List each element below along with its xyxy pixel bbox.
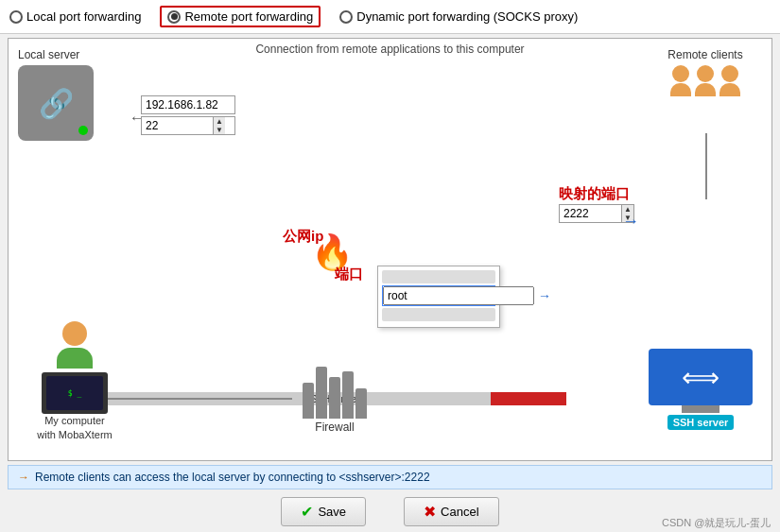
spin-down[interactable]: ▼ — [214, 126, 225, 134]
firewall-popup: → — [377, 266, 500, 328]
label-yingshe: 映射的端口 — [559, 185, 630, 203]
fw-pillar-2 — [316, 367, 327, 419]
radio-local[interactable]: Local port forwarding — [9, 9, 141, 24]
info-bar: → Remote clients can access the local se… — [8, 465, 772, 489]
radio-bar: Local port forwarding Remote port forwar… — [0, 0, 780, 34]
info-bar-text: Remote clients can access the local serv… — [35, 471, 430, 484]
port-spinner[interactable]: ▲ ▼ — [213, 117, 225, 134]
person-body — [670, 83, 691, 96]
spin-up[interactable]: ▲ — [214, 117, 225, 126]
person-large-body — [57, 348, 93, 369]
person-large — [18, 321, 131, 369]
fw-pillar-4 — [342, 371, 354, 419]
person-body-3 — [719, 83, 740, 96]
save-label: Save — [318, 505, 346, 519]
firewall-visual — [287, 367, 382, 419]
popup-blurred-1 — [382, 270, 495, 283]
conn-fields: ▲ ▼ — [141, 95, 235, 135]
ssh-label-box: SSH server — [667, 415, 735, 430]
person-icon-2 — [695, 65, 716, 96]
fw-pillar-1 — [303, 383, 314, 419]
terminal-text: $ _ — [68, 389, 81, 398]
conn-info: ▲ ▼ — [141, 95, 235, 135]
person-icon-3 — [719, 65, 740, 96]
monitor-box: ⟺ — [649, 349, 753, 405]
remote-clients-label: Remote clients — [649, 48, 762, 61]
my-computer: $ _ My computerwith MobaXterm — [18, 321, 131, 441]
remote-clients: Remote clients — [649, 48, 762, 96]
cancel-button[interactable]: ✖ Cancel — [404, 497, 498, 526]
port-input[interactable] — [142, 117, 213, 134]
popup-arrow-icon: → — [538, 288, 551, 303]
my-computer-label: My computerwith MobaXterm — [18, 414, 131, 441]
firewall: Firewall — [287, 367, 382, 434]
popup-input-row: → — [382, 285, 495, 306]
radio-dynamic-label: Dynamic port forwarding (SOCKS proxy) — [356, 9, 578, 24]
cancel-icon: ✖ — [424, 503, 436, 521]
fw-pillar-3 — [329, 377, 340, 419]
local-server: Local server 🔗 — [18, 48, 131, 141]
arrows-icon: ⟺ — [682, 362, 719, 393]
laptop-screen: $ _ — [46, 376, 103, 410]
person-body-2 — [695, 83, 716, 96]
local-server-label: Local server — [18, 48, 131, 61]
radio-circle-remote — [167, 10, 181, 24]
vert-line-right — [705, 133, 707, 199]
radio-remote-label: Remote port forwarding — [184, 9, 313, 24]
watermark: CSDN @就是玩儿-蛋儿 — [662, 516, 771, 530]
link-icon: 🔗 — [39, 87, 74, 120]
cancel-label: Cancel — [441, 505, 478, 519]
label-duankou: 端口 — [335, 266, 363, 283]
root-input[interactable] — [383, 286, 534, 305]
radio-remote[interactable]: Remote port forwarding — [160, 6, 321, 27]
person-icon-1 — [670, 65, 691, 96]
ssh-server-label: SSH server — [673, 417, 729, 428]
tunnel-red-part — [491, 392, 566, 405]
port-2222-value: 2222 — [560, 205, 621, 222]
person-large-head — [62, 321, 87, 346]
monitor-stand — [682, 405, 719, 413]
firewall-label: Firewall — [287, 420, 382, 434]
save-icon: ✔ — [301, 503, 313, 521]
people-cluster — [649, 65, 762, 96]
person-head — [672, 65, 689, 82]
arrow-2222-right-icon: → — [622, 212, 639, 232]
server-icon: 🔗 — [18, 65, 94, 141]
main-container: Local port forwarding Remote port forwar… — [0, 0, 780, 532]
save-button[interactable]: ✔ Save — [281, 497, 366, 526]
radio-local-label: Local port forwarding — [26, 9, 141, 24]
port-field-row: ▲ ▼ — [141, 116, 235, 135]
ip-input[interactable] — [141, 95, 235, 114]
popup-blurred-2 — [382, 308, 495, 321]
fw-pillar-5 — [355, 388, 367, 419]
person-head-3 — [721, 65, 738, 82]
radio-circle-dynamic — [339, 10, 353, 24]
radio-dynamic[interactable]: Dynamic port forwarding (SOCKS proxy) — [339, 9, 578, 24]
my-computer-label-text: My computerwith MobaXterm — [37, 415, 112, 439]
radio-circle-local — [9, 10, 23, 24]
info-arrow-icon: → — [18, 471, 29, 484]
diagram-area: Connection from remote applications to t… — [8, 38, 772, 461]
person-head-2 — [697, 65, 714, 82]
green-dot — [78, 126, 88, 135]
laptop-monitor: $ _ — [42, 372, 108, 414]
ssh-server: ⟺ SSH server — [639, 349, 762, 432]
